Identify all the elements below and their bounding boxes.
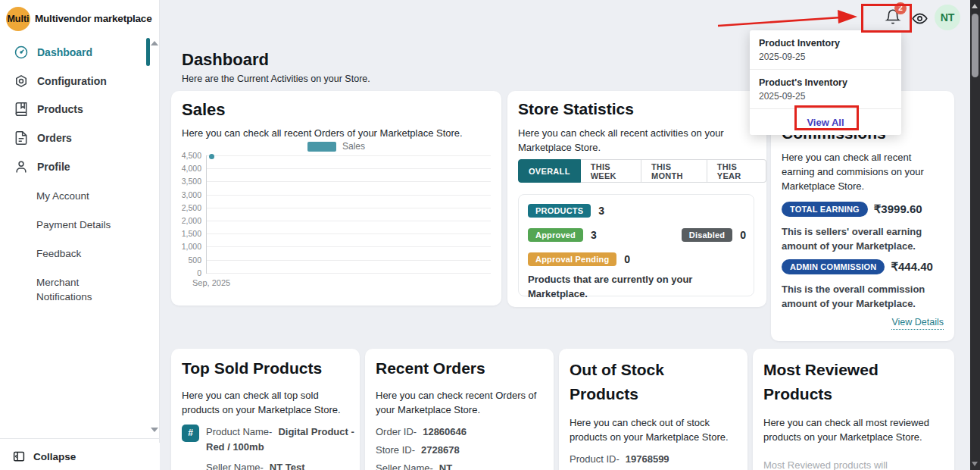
products-badge: PRODUCTS	[528, 204, 591, 218]
notification-title: Product's Inventory	[759, 77, 892, 88]
top-sold-description: Here you can check all top sold products…	[182, 388, 350, 417]
products-stat: PRODUCTS 3	[528, 204, 604, 218]
notification-title: Product Inventory	[759, 38, 892, 49]
sidebar-item-label: Configuration	[37, 75, 107, 87]
user-icon	[14, 159, 29, 174]
store-statistics-title: Store Statistics	[518, 100, 634, 118]
out-of-stock-title: Out of Stock Products	[570, 358, 698, 406]
tab-this-year[interactable]: THIS YEAR	[707, 159, 766, 183]
scrollbar-up-icon[interactable]	[972, 4, 978, 8]
dropdown-footer: View All	[750, 109, 901, 135]
notifications-dropdown: Product Inventory 2025-09-25 Product's I…	[750, 30, 901, 135]
y-tick: 0	[171, 268, 201, 277]
sidebar-item-orders[interactable]: Orders	[0, 124, 146, 152]
sidebar-item-profile[interactable]: Profile	[0, 152, 146, 180]
store-id-value: 2728678	[421, 444, 460, 456]
page-scrollbar[interactable]	[970, 0, 980, 470]
file-icon	[14, 130, 29, 146]
total-earning-row: TOTAL EARNING ₹3999.60	[782, 202, 922, 217]
scrollbar-thumb[interactable]	[972, 14, 978, 77]
disabled-count: 0	[740, 229, 746, 241]
commissions-description: Here you can check all recent earning an…	[782, 150, 942, 193]
tab-this-month[interactable]: THIS MONTH	[641, 159, 707, 183]
store-statistics-card: Store Statistics Here you can check all …	[507, 91, 766, 307]
y-tick: 500	[171, 255, 201, 265]
store-id-row: Store ID-2728678	[376, 443, 460, 458]
y-tick: 1,500	[171, 229, 201, 238]
page-subtitle: Here are the Current Activities on your …	[182, 74, 370, 84]
recent-orders-title: Recent Orders	[376, 359, 485, 378]
tab-this-week[interactable]: THIS WEEK	[581, 159, 641, 183]
notification-date: 2025-09-25	[759, 52, 892, 62]
sidebar-scroll-up-icon[interactable]	[151, 41, 158, 45]
approval-pending-count: 0	[624, 253, 630, 265]
notification-item[interactable]: Product's Inventory 2025-09-25	[750, 70, 901, 109]
approved-stat: Approved 3	[528, 228, 597, 242]
page-title: Dashboard	[182, 50, 269, 70]
most-reviewed-card: Most Reviewed Products Here you can chec…	[753, 349, 954, 470]
total-earning-value: ₹3999.60	[874, 202, 922, 216]
disabled-stat: Disabled 0	[682, 228, 746, 242]
top-sold-title: Top Sold Products	[182, 359, 322, 378]
order-id-value: 12860646	[423, 426, 467, 437]
sidebar-scroll-down-icon[interactable]	[151, 428, 158, 432]
product-id-label: Product ID-	[570, 453, 620, 465]
seller-name-row: Seller Name-NT Test	[206, 460, 305, 470]
product-name-label: Product Name-	[206, 426, 272, 437]
seller-name-row: Seller Name-NT	[376, 461, 452, 470]
annotation-arrow	[712, 8, 863, 33]
gauge-icon	[14, 45, 29, 60]
sidebar-item-merchant-notifications[interactable]: Merchant Notifications	[36, 275, 120, 304]
sidebar-item-label: Orders	[37, 132, 72, 144]
sidebar-item-feedback[interactable]: Feedback	[36, 246, 81, 261]
collapse-button[interactable]: Collapse	[0, 443, 160, 470]
sidebar-item-products[interactable]: Products	[0, 95, 146, 123]
scrollbar-down-icon[interactable]	[972, 462, 978, 466]
recent-orders-description: Here you can check recent Orders of your…	[376, 388, 551, 417]
book-icon	[14, 102, 29, 117]
product-name-row: Product Name-Digital Product - Red / 100…	[206, 425, 354, 455]
sidebar-item-payment-details[interactable]: Payment Details	[36, 218, 111, 232]
notification-count-badge: 2	[894, 2, 907, 14]
data-point	[209, 154, 214, 159]
approved-count: 3	[591, 229, 597, 241]
app-logo: Multi	[6, 7, 30, 31]
notification-item[interactable]: Product Inventory 2025-09-25	[750, 30, 901, 70]
statistics-tabs: OVERALL THIS WEEK THIS MONTH THIS YEAR	[518, 159, 766, 183]
sidebar-item-configuration[interactable]: Configuration	[0, 67, 146, 95]
eye-icon[interactable]	[912, 11, 928, 24]
order-id-row: Order ID-12860646	[376, 425, 467, 440]
sales-card: Sales Here you can check all recent Orde…	[171, 91, 501, 306]
y-tick: 2,000	[171, 216, 201, 225]
most-reviewed-description: Here you can check all most reviewed pro…	[763, 415, 944, 444]
sidebar-item-dashboard[interactable]: Dashboard	[0, 38, 146, 66]
admin-commission-value: ₹444.40	[891, 260, 932, 274]
admin-commission-note: This is the overall commission amount of…	[782, 282, 937, 311]
statistics-panel: PRODUCTS 3 Approved 3 Disabled 0 Approva…	[518, 194, 754, 296]
seller-name-label: Seller Name-	[206, 462, 264, 470]
out-of-stock-description: Here you can check out of stock products…	[570, 415, 742, 444]
most-reviewed-partial-text: Most Reviewed products will	[763, 459, 888, 470]
sidebar-item-label: Profile	[37, 161, 70, 173]
avatar[interactable]: NT	[935, 5, 960, 30]
y-tick: 3,500	[171, 177, 201, 186]
y-tick: 1,000	[171, 242, 201, 251]
sidebar-divider	[0, 438, 160, 439]
collapse-label: Collapse	[33, 451, 76, 462]
seller-name-value: NT	[439, 462, 452, 470]
chart-plot-area	[206, 155, 491, 274]
y-tick: 3,000	[171, 190, 201, 199]
app-title: Multivendor marketplace	[35, 13, 151, 24]
view-details-link[interactable]: View Details	[891, 317, 944, 330]
out-of-stock-card: Out of Stock Products Here you can check…	[559, 349, 747, 470]
product-id-value: 19768599	[626, 453, 669, 465]
top-sold-products-card: Top Sold Products Here you can check all…	[171, 349, 360, 470]
statistics-note: Products that are currently on your Mark…	[528, 272, 725, 301]
tab-overall[interactable]: OVERALL	[518, 159, 581, 183]
store-statistics-description: Here you can check all recent activities…	[518, 126, 745, 155]
sidebar-item-my-account[interactable]: My Account	[36, 189, 89, 203]
view-all-link[interactable]: View All	[807, 117, 844, 128]
approval-pending-stat: Approval Pending 0	[528, 252, 630, 266]
approved-disabled-row: Approved 3 Disabled 0	[528, 228, 746, 242]
total-earning-badge: TOTAL EARNING	[782, 202, 868, 217]
